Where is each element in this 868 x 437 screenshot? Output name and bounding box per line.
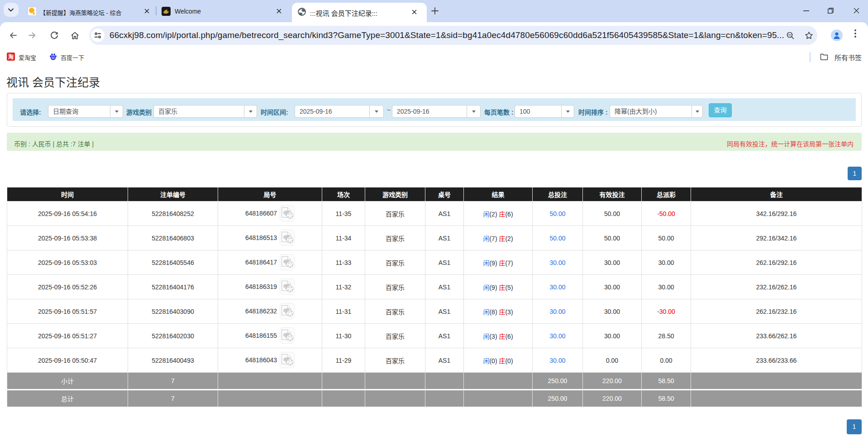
svg-text:淘: 淘	[8, 53, 14, 60]
svg-text:du: du	[52, 56, 55, 59]
